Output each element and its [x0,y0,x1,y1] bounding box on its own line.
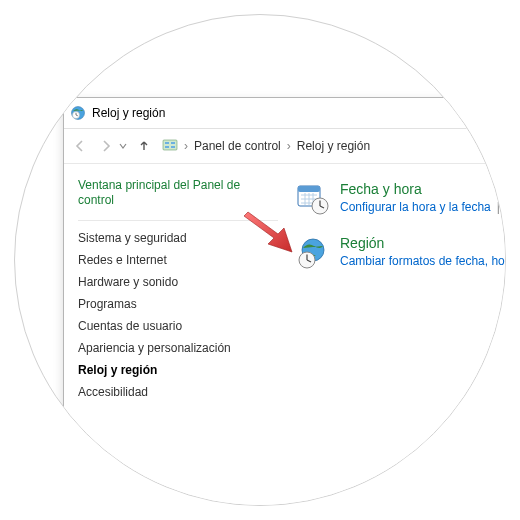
divider [78,220,278,221]
breadcrumb: › Panel de control › Reloj y región [162,137,370,156]
separator: | [497,200,500,214]
sidebar: Ventana principal del Panel de control S… [64,164,286,417]
breadcrumb-item[interactable]: Reloj y región [297,139,370,153]
nav-recent-icon[interactable] [116,134,130,158]
region-group: Región Cambiar formatos de fecha, hora o… [296,236,506,270]
svg-rect-8 [171,146,175,148]
link-change-formats[interactable]: Cambiar formatos de fecha, hora o número [340,254,506,268]
svg-rect-5 [165,142,169,144]
titlebar: Reloj y región [64,98,506,129]
sidebar-item-clock-region[interactable]: Reloj y región [78,359,278,381]
svg-rect-7 [171,142,175,144]
control-panel-window: Reloj y región [63,97,506,506]
sidebar-item-accessibility[interactable]: Accesibilidad [78,381,278,403]
window-title: Reloj y región [92,106,165,120]
category-list: Sistema y seguridad Redes e Internet Har… [78,227,278,403]
svg-rect-10 [298,186,320,192]
sidebar-item-appearance[interactable]: Apariencia y personalización [78,337,278,359]
calendar-clock-icon[interactable] [296,182,330,216]
chevron-right-icon[interactable]: › [184,139,188,153]
nav-forward-icon[interactable] [94,134,118,158]
sidebar-item-programs[interactable]: Programas [78,293,278,315]
content-pane: Fecha y hora Configurar la hora y la fec… [286,164,506,417]
chevron-right-icon[interactable]: › [287,139,291,153]
region-title[interactable]: Región [340,236,506,251]
sidebar-item-hardware-sound[interactable]: Hardware y sonido [78,271,278,293]
breadcrumb-root-icon[interactable] [162,137,178,156]
breadcrumb-item[interactable]: Panel de control [194,139,281,153]
circular-crop: Reloj y región [14,14,506,506]
cp-home-link[interactable]: Ventana principal del Panel de control [78,178,278,208]
sidebar-item-system-security[interactable]: Sistema y seguridad [78,227,278,249]
navbar: › Panel de control › Reloj y región [64,129,506,164]
globe-clock-icon[interactable] [296,236,330,270]
clock-region-small-icon [70,105,86,121]
sidebar-item-user-accounts[interactable]: Cuentas de usuario [78,315,278,337]
sidebar-item-network-internet[interactable]: Redes e Internet [78,249,278,271]
nav-back-icon[interactable] [68,134,92,158]
nav-up-icon[interactable] [132,134,156,158]
svg-rect-4 [163,140,177,150]
svg-rect-6 [165,146,169,148]
link-set-time-date[interactable]: Configurar la hora y la fecha [340,200,491,214]
datetime-title[interactable]: Fecha y hora [340,182,506,197]
datetime-group: Fecha y hora Configurar la hora y la fec… [296,182,506,216]
